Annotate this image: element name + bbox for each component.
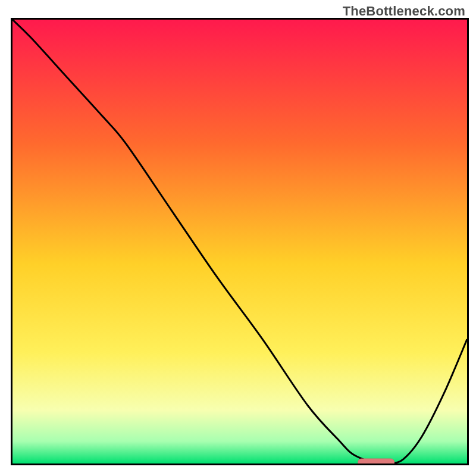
gradient-background xyxy=(12,20,467,464)
watermark-text: TheBottleneck.com xyxy=(343,4,465,19)
plot-area xyxy=(11,18,469,465)
chart-root: TheBottleneck.com xyxy=(0,0,476,476)
plot-svg xyxy=(11,18,469,465)
